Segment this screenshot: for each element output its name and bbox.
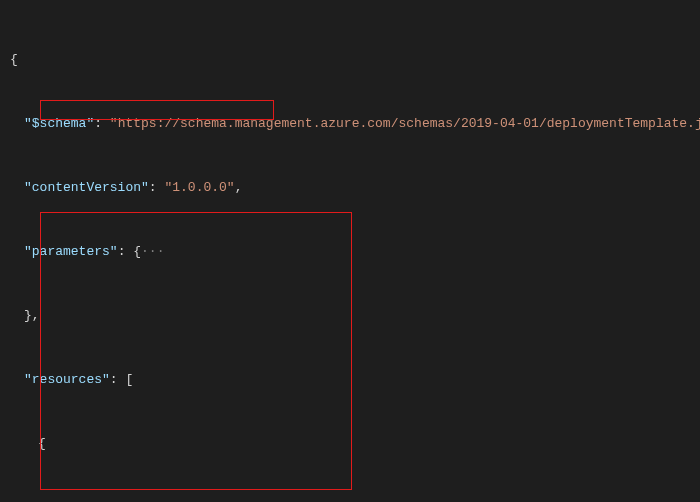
code-line: "contentVersion": "1.0.0.0", (10, 180, 700, 196)
code-line: }, (10, 308, 700, 324)
code-line: "resources": [ (10, 372, 700, 388)
code-line: { (10, 52, 700, 68)
code-line: "$schema": "https://schema.management.az… (10, 116, 700, 132)
code-line: "parameters": {··· (10, 244, 700, 260)
code-line: { (10, 436, 700, 452)
folded-region[interactable]: { (133, 244, 141, 259)
code-editor: { "$schema": "https://schema.management.… (0, 0, 700, 502)
